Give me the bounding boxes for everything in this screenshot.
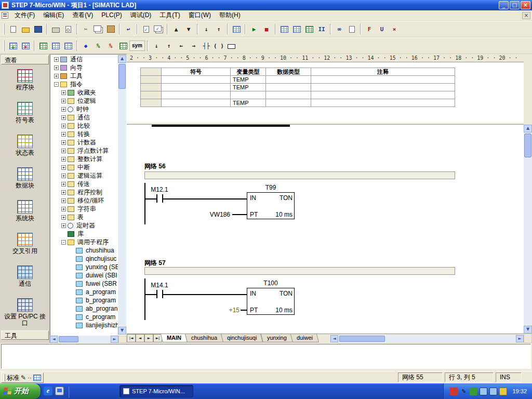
contact-bar[interactable] bbox=[156, 290, 157, 298]
tree-expander[interactable]: + bbox=[61, 115, 66, 120]
tree-item[interactable]: qinchujisuc bbox=[51, 255, 118, 263]
start-button[interactable]: 开始 bbox=[0, 383, 41, 399]
restore-button[interactable]: □ bbox=[510, 1, 520, 9]
line-left-button[interactable]: ← bbox=[175, 40, 188, 51]
tab-nav-button[interactable]: ► bbox=[144, 334, 153, 342]
read-all-button[interactable]: ∞ bbox=[333, 23, 345, 35]
scrollbar-thumb[interactable] bbox=[524, 134, 531, 157]
tree-item[interactable]: a_program bbox=[51, 288, 118, 296]
line-down-button[interactable]: ↓ bbox=[150, 40, 163, 51]
sort-ascending-button[interactable]: ↓ bbox=[200, 23, 212, 35]
menu-item[interactable]: 文件(F) bbox=[10, 10, 39, 20]
contact-operand[interactable]: M14.1 bbox=[144, 282, 175, 289]
tree-expander[interactable]: + bbox=[54, 57, 59, 62]
tree-item[interactable]: + 传送 bbox=[51, 180, 118, 188]
tree-expander[interactable]: + bbox=[61, 157, 66, 162]
tree-item[interactable]: + 位逻辑 bbox=[51, 97, 118, 105]
tree-item[interactable]: - 指令 bbox=[51, 80, 118, 88]
cut-button[interactable]: ✂ bbox=[79, 23, 92, 35]
sidebar-item[interactable]: 交叉引用 bbox=[1, 230, 49, 263]
tree-item[interactable]: + 定时器 bbox=[51, 221, 118, 230]
options-button[interactable] bbox=[230, 23, 243, 35]
tree-item[interactable]: + 字符串 bbox=[51, 205, 118, 213]
comment-cell[interactable] bbox=[311, 76, 455, 84]
comment-cell[interactable] bbox=[311, 84, 455, 91]
menu-item[interactable]: 查看(V) bbox=[68, 10, 97, 20]
tree-horizontal-scrollbar[interactable]: ◄ ► bbox=[50, 336, 118, 343]
tree-item[interactable]: + 时钟 bbox=[51, 105, 118, 113]
sidebar-item[interactable]: 符号表 bbox=[1, 99, 49, 132]
window-layout-icon[interactable] bbox=[33, 375, 41, 381]
tree-item[interactable]: - 调用子程序 bbox=[51, 238, 118, 246]
tree-item[interactable]: + 中断 bbox=[51, 163, 118, 171]
scroll-up-button[interactable]: ▲ bbox=[524, 125, 532, 132]
unforce-button[interactable]: U bbox=[376, 23, 388, 35]
tree-expander[interactable]: + bbox=[54, 65, 59, 70]
tab-nav-button[interactable]: |◄ bbox=[127, 334, 136, 342]
tree-expander[interactable]: + bbox=[61, 90, 66, 95]
data-type-cell[interactable] bbox=[266, 91, 311, 99]
tools-bar-header[interactable]: 工具 bbox=[1, 330, 49, 340]
pt-operand[interactable]: VW186 bbox=[200, 211, 230, 218]
view-bar-header[interactable]: 查看 bbox=[1, 55, 49, 64]
tree-item[interactable]: + 逻辑运算 bbox=[51, 171, 118, 180]
tree-item[interactable]: + 程序控制 bbox=[51, 188, 118, 196]
run-button[interactable]: ▶ bbox=[248, 23, 260, 35]
symbol-cell[interactable] bbox=[162, 84, 231, 91]
tree-expander[interactable]: + bbox=[61, 182, 66, 187]
symbol-table-button[interactable] bbox=[37, 40, 49, 51]
tree-item[interactable]: + 整数计算 bbox=[51, 155, 118, 163]
tree-item[interactable]: ab_progran bbox=[51, 304, 118, 313]
status-chart-button[interactable] bbox=[117, 40, 129, 51]
compile-button[interactable]: ✓ bbox=[140, 23, 152, 35]
paste-button[interactable] bbox=[104, 23, 117, 35]
sidebar-item[interactable]: 设置 PG/PC 接口 bbox=[1, 296, 49, 328]
write-all-button[interactable] bbox=[345, 23, 358, 35]
tree-item[interactable]: fuwei (SBR bbox=[51, 280, 118, 288]
network-comment-bar[interactable] bbox=[144, 171, 455, 179]
tree-expander[interactable]: + bbox=[61, 107, 66, 112]
sidebar-item[interactable]: 系统块 bbox=[1, 197, 49, 230]
addressing-button[interactable] bbox=[62, 40, 74, 51]
docked-toolbar[interactable]: 标准 ✎ ·· bbox=[1, 373, 44, 383]
insert-contact-button[interactable]: ┤├ bbox=[200, 40, 212, 51]
tree-item[interactable]: c_program bbox=[51, 313, 118, 321]
show-desktop-icon[interactable] bbox=[55, 387, 64, 395]
program-status-button[interactable] bbox=[278, 23, 290, 35]
menu-item[interactable]: 工具(T) bbox=[155, 10, 184, 20]
data-type-cell[interactable] bbox=[266, 99, 311, 107]
scrollbar-thumb[interactable] bbox=[118, 64, 126, 89]
copy-button[interactable] bbox=[92, 23, 104, 35]
tab[interactable]: yunxing bbox=[261, 334, 293, 342]
tree-expander[interactable]: + bbox=[61, 149, 66, 153]
tab[interactable]: chushihua bbox=[185, 334, 223, 342]
sort-descending-button[interactable]: ↑ bbox=[212, 23, 225, 35]
line-up-button[interactable]: ↑ bbox=[163, 40, 175, 51]
tree-expander[interactable]: + bbox=[61, 207, 66, 211]
editor-horizontal-scrollbar[interactable]: ◄ ► bbox=[330, 335, 524, 342]
tab-nav-button[interactable]: ◄ bbox=[136, 334, 144, 342]
var-type-cell[interactable]: TEMP bbox=[231, 84, 266, 91]
browser-icon[interactable]: e bbox=[44, 387, 52, 395]
tree-expander[interactable]: + bbox=[61, 165, 66, 170]
tray-volume-icon[interactable] bbox=[499, 388, 507, 395]
output-window[interactable] bbox=[1, 344, 531, 369]
new-file-button[interactable] bbox=[7, 23, 19, 35]
scrollbar-thumb[interactable] bbox=[59, 336, 78, 342]
scroll-left-button[interactable]: ◄ bbox=[50, 336, 58, 343]
tree-expander[interactable]: + bbox=[61, 215, 66, 220]
timer-operand[interactable]: T100 bbox=[247, 280, 295, 287]
menu-item[interactable]: 帮助(H) bbox=[215, 10, 245, 20]
menu-item[interactable]: 调试(D) bbox=[126, 10, 156, 20]
scroll-down-button[interactable]: ▼ bbox=[524, 326, 532, 334]
tree-expander[interactable]: + bbox=[54, 74, 59, 78]
menu-item[interactable]: 编辑(E) bbox=[39, 10, 68, 20]
tray-network-icon[interactable] bbox=[480, 388, 487, 395]
tree-item[interactable]: + 工具 bbox=[51, 72, 118, 80]
tree-expander[interactable]: + bbox=[61, 190, 66, 195]
pen-icon[interactable]: ✎ bbox=[21, 374, 26, 381]
comment-cell[interactable] bbox=[311, 91, 455, 99]
tree-expander[interactable]: + bbox=[61, 140, 66, 145]
tree-item[interactable]: + 计数器 bbox=[51, 138, 118, 147]
tree-expander[interactable]: - bbox=[61, 240, 66, 245]
